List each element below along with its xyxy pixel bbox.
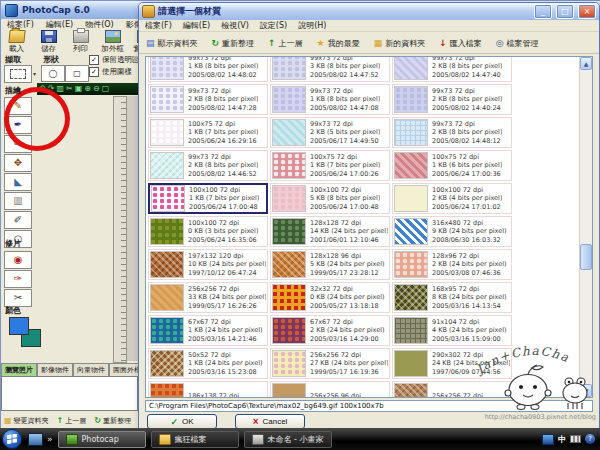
copy-icon[interactable]: ▥ (56, 85, 64, 93)
texture-item[interactable]: 100x75 72 dpi1 KB (7 bits per pixel)2005… (148, 117, 268, 148)
minimize-button[interactable]: _ (534, 4, 552, 19)
stamp-tool[interactable]: ✥ (4, 154, 32, 172)
dialog-menu-item[interactable]: 編輯(E) (183, 20, 210, 31)
up-level-button[interactable]: ↑上一層 (57, 416, 87, 426)
favorites-button[interactable]: ★我的最愛 (315, 37, 362, 50)
taskbar-button-paint[interactable]: 未命名 - 小畫家 (244, 431, 332, 448)
quick-launch-icon[interactable] (28, 433, 43, 446)
texture-item[interactable]: 99x73 72 dpi1 KB (8 bits per pixel)2005/… (270, 84, 390, 115)
zoom-in-icon[interactable]: ⊕ (84, 85, 91, 93)
texture-thumbnail (272, 383, 306, 398)
refresh-button[interactable]: ↻重新整理 (210, 37, 257, 50)
texture-item[interactable]: 99x73 72 dpi2 KB (5 bits per pixel)2005/… (270, 117, 390, 148)
texture-item[interactable]: 67x67 72 dpi2 KB (24 bits per pixel)2005… (270, 315, 390, 346)
texture-item[interactable]: 256x256 96 dpi (270, 381, 390, 398)
texture-item[interactable]: 99x73 72 dpi2 KB (8 bits per pixel)2005/… (392, 117, 512, 148)
dialog-menu-item[interactable]: 檢視(V) (221, 20, 249, 31)
start-button[interactable] (2, 429, 22, 449)
dialog-menu-item[interactable]: 說明(H) (298, 20, 326, 31)
scroll-thumb[interactable] (580, 244, 592, 270)
dialog-menu-item[interactable]: 設定(S) (260, 20, 287, 31)
rect-shape-button[interactable]: ▢ (65, 65, 89, 82)
texture-item[interactable]: 128x128 72 dpi14 KB (24 bits per pixel)2… (270, 216, 390, 247)
change-folder-button[interactable]: ▦變更資料夾 (4, 416, 49, 426)
new-folder-button[interactable]: ▦新的資料夾 (372, 37, 428, 50)
show-folders-button[interactable]: ▤顯示資料夾 (144, 37, 200, 50)
file-manager-button[interactable]: ◎檔案管理 (494, 37, 541, 50)
scroll-up-button[interactable]: ▲ (580, 57, 592, 70)
main-menu-item[interactable]: 物件(O) (85, 19, 114, 30)
texture-item[interactable]: 186x138 72 dpi (148, 381, 268, 398)
add-frame-button[interactable]: 加外框 (99, 30, 126, 54)
texture-info: 168x95 72 dpi8 KB (24 bits per pixel)200… (432, 285, 507, 310)
dialog-menu-item[interactable]: 檔案(F) (145, 20, 172, 31)
up-level-button[interactable]: ↑上一層 (266, 37, 305, 50)
system-tray: 中 ? (542, 434, 600, 445)
load-button[interactable]: 載入 (3, 30, 30, 54)
texture-item[interactable]: 100x100 72 dpi2 KB (4 bits per pixel)200… (392, 183, 512, 214)
taskbar-button-photocap[interactable]: Photocap (58, 431, 146, 448)
vertical-scrollbar[interactable]: ▲ ▼ (579, 57, 592, 397)
texture-thumbnail (394, 119, 428, 146)
marquee-dropdown-arrow[interactable]: ▾ (33, 70, 36, 77)
texture-item[interactable]: 290x302 72 dpi24 KB (24 bits per pixel)1… (392, 348, 512, 379)
texture-item[interactable]: 256x256 72 dpi (392, 381, 512, 398)
texture-item[interactable]: 100x75 72 dpi1 KB (7 bits per pixel)2005… (270, 150, 390, 181)
taskbar-button-folder[interactable]: 瘋狂檔案 (151, 431, 239, 448)
texture-item[interactable]: 50x52 72 dpi1 KB (24 bits per pixel)2005… (148, 348, 268, 379)
ellipse-shape-button[interactable]: ◯ (41, 65, 65, 82)
marquee-select-button[interactable] (4, 65, 32, 83)
eyedropper-tool[interactable]: ✐ (4, 211, 32, 229)
redeye-tool[interactable]: ◉ (4, 251, 32, 269)
texture-item[interactable]: 99x73 72 dpi2 KB (8 bits per pixel)2005/… (392, 56, 512, 82)
tab-3[interactable]: 向量物件 (73, 363, 109, 376)
texture-item[interactable]: 99x73 72 dpi2 KB (8 bits per pixel)2005/… (148, 84, 268, 115)
texture-item[interactable]: 256x256 72 dpi33 KB (24 bits per pixel)1… (148, 282, 268, 313)
fill-tool[interactable]: ◣ (4, 173, 32, 191)
texture-thumbnail (272, 56, 306, 80)
texture-item[interactable]: 100x75 72 dpi1 KB (6 bits per pixel)2005… (392, 150, 512, 181)
texture-item[interactable]: 100x100 72 dpi0 KB (3 bits per pixel)200… (148, 216, 268, 247)
texture-item[interactable]: 32x32 72 dpi0 KB (24 bits per pixel)2005… (270, 282, 390, 313)
scroll-down-button[interactable]: ▼ (580, 384, 592, 397)
keyboard-icon[interactable] (570, 435, 581, 443)
cut-icon[interactable]: ✂ (66, 85, 73, 93)
tab-1[interactable]: 瀏覽照片 (1, 363, 37, 376)
texture-item[interactable]: 100x100 72 dpi5 KB (8 bits per pixel)200… (270, 183, 390, 214)
maximize-button[interactable]: □ (556, 4, 574, 19)
texture-item[interactable]: 197x132 120 dpi10 KB (24 bits per pixel)… (148, 249, 268, 280)
texture-item[interactable]: 99x73 72 dpi3 KB (8 bits per pixel)2005/… (270, 56, 390, 82)
texture-item[interactable]: 91x104 72 dpi4 KB (24 bits per pixel)200… (392, 315, 512, 346)
texture-item[interactable]: 316x480 72 dpi9 KB (24 bits per pixel)20… (392, 216, 512, 247)
tab-2[interactable]: 影像物件 (37, 363, 73, 376)
main-menu-item[interactable]: 編輯(E) (46, 19, 73, 30)
import-file-button[interactable]: ↓匯入檔案 (437, 37, 484, 50)
toolbar-button-label: 列印 (73, 44, 88, 54)
use-pattern-checkbox-row[interactable]: ✓ 使用圖樣 (89, 67, 132, 77)
texture-item[interactable]: 128x128 96 dpi5 KB (24 bits per pixel)19… (270, 249, 390, 280)
texture-item[interactable]: 128x96 72 dpi2 KB (24 bits per pixel)200… (392, 249, 512, 280)
help-icon[interactable]: ? (585, 434, 595, 444)
texture-item[interactable]: 100x100 72 dpi1 KB (7 bits per pixel)200… (148, 183, 268, 214)
texture-item[interactable]: 99x73 72 dpi1 KB (8 bits per pixel)2005/… (148, 56, 268, 82)
print-button[interactable]: 列印 (67, 30, 94, 54)
cancel-button[interactable]: × Cancel (235, 414, 305, 429)
network-icon[interactable] (542, 434, 554, 445)
texture-item[interactable]: 168x95 72 dpi8 KB (24 bits per pixel)200… (392, 282, 512, 313)
paste-icon[interactable]: ▣ (75, 85, 83, 93)
zoom-out-icon[interactable]: ⊖ (93, 85, 100, 93)
bottom-tabs: 瀏覽照片影像物件向量物件圖面外框 (1, 363, 145, 376)
save-button[interactable]: 儲存 (35, 30, 62, 54)
texture-item[interactable]: 256x256 72 dpi27 KB (24 bits per pixel)1… (270, 348, 390, 379)
texture-item[interactable]: 99x73 72 dpi2 KB (8 bits per pixel)2005/… (148, 150, 268, 181)
pattern-tool[interactable]: ▥ (4, 192, 32, 210)
fit-icon[interactable]: ▢ (102, 85, 110, 93)
close-button[interactable]: × (578, 4, 596, 19)
ok-button[interactable]: ✓ OK (147, 414, 217, 429)
ime-language-icon[interactable]: 中 (558, 434, 566, 445)
brush-tool[interactable]: ✑ (4, 270, 32, 288)
primary-color-swatch[interactable] (9, 317, 29, 335)
refresh-button[interactable]: ↻重新整理 (94, 416, 131, 426)
texture-item[interactable]: 67x67 72 dpi1 KB (24 bits per pixel)2005… (148, 315, 268, 346)
texture-item[interactable]: 99x73 72 dpi2 KB (8 bits per pixel)2005/… (392, 84, 512, 115)
